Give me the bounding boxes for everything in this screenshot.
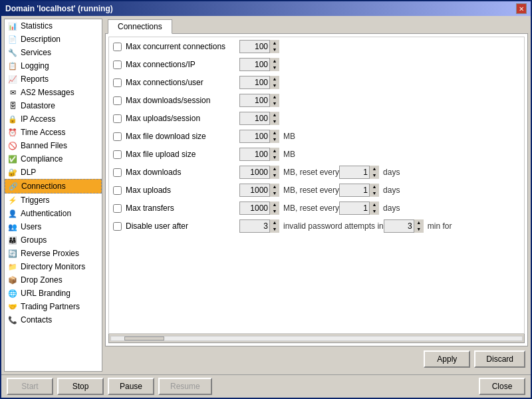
connections-icon: 🔗 [8, 181, 19, 192]
spinbox-input-max-file-download[interactable] [240, 132, 269, 141]
main-content: 📊 Statistics 📄 Description 🔧 Services 📋 … [1, 16, 531, 374]
close-button[interactable]: Close [479, 378, 525, 395]
checkbox-max-file-download[interactable] [113, 132, 122, 141]
sidebar-item-bannedfiles[interactable]: 🚫 Banned Files [5, 139, 102, 152]
spinbox-up-max-file-upload[interactable]: ▲ [270, 148, 279, 154]
spinbox-up-max-concurrent[interactable]: ▲ [270, 40, 279, 47]
spinbox-down-max-transfers[interactable]: ▼ [270, 208, 279, 215]
spinbox-input-max-file-upload[interactable] [240, 150, 269, 159]
sidebar-item-connections[interactable]: 🔗 Connections [5, 179, 102, 194]
spinbox-input-max-downloads-session[interactable] [240, 96, 269, 105]
spinbox-down-disable-user-2[interactable]: ▼ [414, 226, 424, 233]
spinbox-input-max-uploads-session[interactable] [240, 114, 269, 123]
spinbox-input-max-uploads-2[interactable] [340, 186, 369, 195]
sidebar-item-contacts[interactable]: 📞 Contacts [5, 313, 102, 327]
spinbox-down-max-uploads-2[interactable]: ▼ [370, 190, 379, 197]
sidebar-label-tradingpartners: Trading Partners [21, 302, 80, 311]
checkbox-max-uploads[interactable] [113, 186, 122, 195]
sidebar-item-reverseproxies[interactable]: 🔄 Reverse Proxies [5, 247, 102, 260]
spinbox-input-max-downloads-2[interactable] [340, 168, 369, 177]
sidebar-item-timeaccess[interactable]: ⏰ Time Access [5, 126, 102, 139]
checkbox-max-connections-ip[interactable] [113, 61, 122, 69]
spinbox-input-max-transfers-2[interactable] [340, 203, 369, 213]
sidebar-item-directorymonitors[interactable]: 📁 Directory Monitors [5, 260, 102, 273]
spinbox-down-max-connections-ip[interactable]: ▼ [270, 65, 279, 71]
spinbox-input-max-connections-ip[interactable] [240, 60, 269, 69]
checkbox-disable-user[interactable] [113, 222, 122, 231]
checkbox-max-downloads[interactable] [113, 168, 122, 177]
spinbox-up-max-downloads-2[interactable]: ▲ [370, 166, 379, 172]
checkbox-max-connections-user[interactable] [113, 78, 122, 87]
spinbox-input-max-uploads[interactable] [240, 186, 269, 195]
start-button[interactable]: Start [7, 378, 53, 395]
spinbox-up-max-downloads-session[interactable]: ▲ [270, 94, 279, 100]
spinbox-up-max-file-download[interactable]: ▲ [270, 130, 279, 136]
spinbox-down-max-downloads-2[interactable]: ▼ [370, 172, 379, 179]
sidebar-item-groups[interactable]: 👨‍👩‍👧 Groups [5, 233, 102, 247]
checkbox-max-uploads-session[interactable] [113, 114, 122, 123]
tab-connections[interactable]: Connections [108, 19, 172, 34]
sidebar-item-services[interactable]: 🔧 Services [5, 46, 102, 59]
sidebar-item-authentication[interactable]: 👤 Authentication [5, 207, 102, 220]
spinbox-up-max-connections-user[interactable]: ▲ [270, 76, 279, 82]
spinbox-btns-max-file-upload: ▲ ▼ [269, 148, 279, 161]
spinbox-input-max-downloads[interactable] [240, 168, 269, 177]
connections-scroll-area[interactable]: Max concurrent connections ▲ ▼ Max conne… [108, 37, 525, 334]
checkbox-max-transfers[interactable] [113, 204, 122, 213]
apply-button[interactable]: Apply [424, 350, 470, 368]
spinbox-up-max-uploads-session[interactable]: ▲ [270, 112, 279, 118]
sidebar-label-ipaccess: IP Access [21, 114, 55, 124]
discard-button[interactable]: Discard [474, 350, 525, 368]
spinbox-input-max-transfers[interactable] [240, 203, 269, 213]
label-max-connections-user: Max connections/user [113, 78, 239, 87]
spinbox-down-max-downloads[interactable]: ▼ [270, 172, 279, 179]
spinbox-down-max-uploads-session[interactable]: ▼ [270, 118, 279, 125]
spinbox-down-disable-user[interactable]: ▼ [270, 226, 279, 233]
sidebar-item-statistics[interactable]: 📊 Statistics [5, 19, 102, 33]
spinbox-max-file-download: ▲ ▼ [239, 130, 279, 143]
sidebar-item-dlp[interactable]: 🔐 DLP [5, 166, 102, 179]
checkbox-max-concurrent[interactable] [113, 43, 122, 51]
sidebar-item-urlbranding[interactable]: 🌐 URL Branding [5, 287, 102, 300]
close-icon[interactable]: ✕ [516, 3, 527, 14]
spinbox-down-max-transfers-2[interactable]: ▼ [370, 208, 379, 215]
sidebar-item-ipaccess[interactable]: 🔒 IP Access [5, 112, 102, 126]
spinbox-down-max-file-download[interactable]: ▼ [270, 136, 279, 143]
sidebar-item-tradingpartners[interactable]: 🤝 Trading Partners [5, 300, 102, 313]
sidebar-item-logging[interactable]: 📋 Logging [5, 59, 102, 72]
spinbox-down-max-concurrent[interactable]: ▼ [270, 47, 279, 53]
form-row-max-file-download: Max file download size ▲ ▼ MB [109, 128, 524, 145]
spinbox-input-max-connections-user[interactable] [240, 78, 269, 87]
sidebar-item-dropzones[interactable]: 📦 Drop Zones [5, 273, 102, 287]
dropzones-icon: 📦 [7, 275, 18, 285]
spinbox-input-disable-user-2[interactable] [384, 221, 414, 231]
spinbox-up-max-transfers-2[interactable]: ▲ [370, 201, 379, 208]
horizontal-scrollbar[interactable] [108, 334, 525, 343]
spinbox-up-max-connections-ip[interactable]: ▲ [270, 58, 279, 65]
spinbox-up-disable-user-2[interactable]: ▲ [414, 219, 424, 226]
spinbox-down-max-connections-user[interactable]: ▼ [270, 82, 279, 89]
spinbox-down-max-uploads[interactable]: ▼ [270, 190, 279, 197]
spinbox-down-max-downloads-session[interactable]: ▼ [270, 100, 279, 107]
sidebar-item-datastore[interactable]: 🗄 Datastore [5, 99, 102, 112]
spinbox-input-max-concurrent[interactable] [240, 42, 269, 51]
spinbox-down-max-file-upload[interactable]: ▼ [270, 154, 279, 161]
resume-button[interactable]: Resume [158, 378, 212, 395]
sidebar-item-triggers[interactable]: ⚡ Triggers [5, 194, 102, 207]
sidebar-item-reports[interactable]: 📈 Reports [5, 72, 102, 86]
pause-button[interactable]: Pause [108, 378, 154, 395]
checkbox-max-file-upload[interactable] [113, 150, 122, 159]
spinbox-up-max-uploads-2[interactable]: ▲ [370, 184, 379, 190]
spinbox-input-disable-user[interactable] [240, 221, 269, 231]
stop-button[interactable]: Stop [57, 378, 104, 395]
sidebar-item-as2messages[interactable]: ✉ AS2 Messages [5, 86, 102, 99]
spinbox-up-max-transfers[interactable]: ▲ [270, 201, 279, 208]
spinbox-up-disable-user[interactable]: ▲ [270, 219, 279, 226]
checkbox-max-downloads-session[interactable] [113, 96, 122, 105]
spinbox-up-max-downloads[interactable]: ▲ [270, 166, 279, 172]
sidebar-item-compliance[interactable]: ✅ Compliance [5, 152, 102, 166]
spinbox-disable-user-2: ▲ ▼ [384, 219, 424, 233]
sidebar-item-description[interactable]: 📄 Description [5, 33, 102, 46]
sidebar-item-users[interactable]: 👥 Users [5, 220, 102, 233]
spinbox-up-max-uploads[interactable]: ▲ [270, 184, 279, 190]
